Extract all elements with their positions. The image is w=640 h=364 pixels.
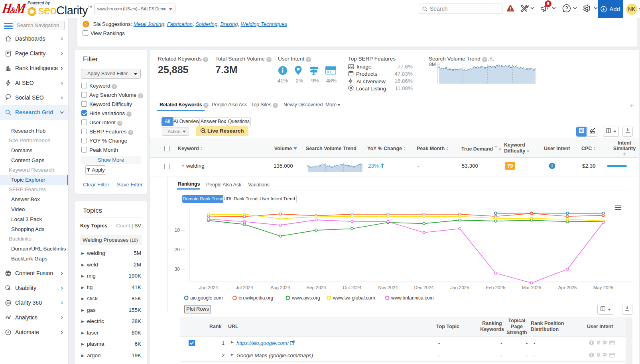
- svg-text:8M: 8M: [429, 62, 436, 67]
- svg-text:20: 20: [175, 247, 180, 252]
- svg-text:Mar 2025: Mar 2025: [522, 285, 542, 290]
- svg-text:www.aws.org: www.aws.org: [291, 295, 320, 301]
- svg-text:en.wikipedia.org: en.wikipedia.org: [238, 295, 273, 301]
- svg-text:Jul 2024: Jul 2024: [236, 285, 253, 290]
- svg-text:10: 10: [175, 227, 180, 233]
- svg-text:Dec 2024: Dec 2024: [414, 285, 434, 290]
- svg-text:Jun 2024: Jun 2024: [199, 285, 218, 290]
- svg-text:Oct 2024: Oct 2024: [343, 285, 362, 290]
- svg-text:30: 30: [175, 266, 180, 272]
- svg-text:Jan 2025: Jan 2025: [450, 285, 469, 290]
- svg-text:Feb 2025: Feb 2025: [486, 285, 506, 290]
- svg-text:aio.google.com: aio.google.com: [190, 295, 223, 301]
- svg-text:May 2025: May 2025: [593, 285, 614, 290]
- svg-text:www.britannica.com: www.britannica.com: [391, 295, 434, 301]
- svg-text:A: A: [7, 331, 10, 334]
- svg-text:Apr 2025: Apr 2025: [558, 285, 577, 290]
- svg-text:360: 360: [6, 302, 10, 304]
- svg-text:Aug 2024: Aug 2024: [270, 285, 290, 290]
- svg-text:Nov 2024: Nov 2024: [378, 285, 398, 290]
- svg-text:Sep 2024: Sep 2024: [306, 285, 326, 290]
- svg-text:www.twi-global.com: www.twi-global.com: [333, 295, 375, 301]
